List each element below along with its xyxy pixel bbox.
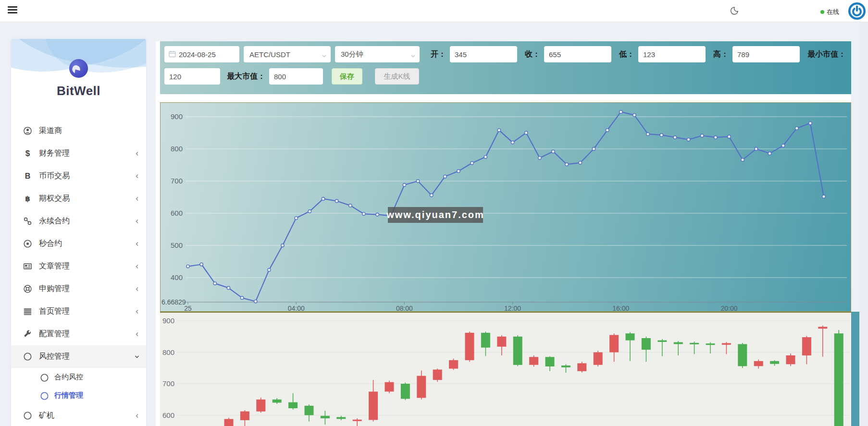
sidebar-item-5[interactable]: ฿期权交易 bbox=[11, 187, 146, 210]
candle-panel-right-strip bbox=[851, 312, 859, 426]
wrench-icon bbox=[23, 329, 32, 339]
sidebar-logo-block: BitWell bbox=[11, 39, 146, 114]
chevron-left-icon bbox=[135, 412, 140, 421]
sidebar-item-label: 首页管理 bbox=[39, 306, 70, 316]
save-button[interactable]: 保存 bbox=[332, 68, 362, 85]
svg-text:฿: ฿ bbox=[25, 195, 30, 203]
chevron-left-icon bbox=[135, 218, 140, 226]
sidebar-item-3[interactable]: $财务管理 bbox=[11, 142, 146, 165]
sidebar-item-8[interactable]: 文章管理 bbox=[11, 255, 146, 278]
max-cap-input[interactable] bbox=[269, 68, 323, 85]
sidebar-item-13[interactable]: 矿机 bbox=[11, 404, 146, 426]
circle-dot-icon bbox=[23, 239, 32, 248]
sidebar-subitem-合约风控[interactable]: 合约风控 bbox=[11, 368, 146, 386]
circle-icon bbox=[40, 391, 48, 400]
svg-text:12:00: 12:00 bbox=[504, 304, 521, 311]
sidebar-subitem-label: 合约风控 bbox=[54, 373, 83, 382]
sidebar-item-6[interactable]: 永续合约 bbox=[11, 210, 146, 232]
chevron-down-icon bbox=[134, 353, 140, 362]
svg-text:600: 600 bbox=[171, 209, 183, 217]
circle-icon bbox=[23, 352, 32, 361]
close-label: 收： bbox=[525, 49, 540, 60]
open-label: 开： bbox=[431, 49, 446, 60]
sidebar-item-label: 文章管理 bbox=[39, 261, 70, 271]
sidebar-item-label: 配置管理 bbox=[39, 329, 70, 339]
watermark: www.qiyuan7.com bbox=[388, 207, 483, 223]
svg-text:700: 700 bbox=[162, 379, 174, 388]
sidebar-item-label: 风控管理 bbox=[39, 352, 70, 362]
svg-text:16:00: 16:00 bbox=[612, 304, 629, 311]
open-input[interactable] bbox=[450, 46, 517, 62]
svg-text:20:00: 20:00 bbox=[720, 304, 737, 311]
sidebar-subitem-label: 行情管理 bbox=[54, 391, 83, 400]
sidebar-item-label: 财务管理 bbox=[39, 148, 70, 158]
brand-name: BitWell bbox=[11, 84, 146, 98]
sidebar-menu: 代理管理渠道商$财务管理B币币交易฿期权交易永续合约秒合约文章管理申购管理首页管… bbox=[11, 97, 146, 426]
pair-select-value: AETC/USDT bbox=[249, 50, 290, 59]
calendar-icon bbox=[168, 50, 176, 60]
sidebar-item-10[interactable]: 首页管理 bbox=[11, 300, 146, 323]
chevron-left-icon bbox=[135, 330, 140, 339]
low-input[interactable] bbox=[638, 46, 706, 62]
sidebar-item-4[interactable]: B币币交易 bbox=[11, 165, 146, 187]
chevron-left-icon bbox=[135, 308, 140, 316]
top-navbar: 在线 bbox=[0, 0, 868, 22]
svg-text:400: 400 bbox=[171, 273, 183, 281]
chevron-left-icon bbox=[135, 263, 140, 271]
online-status-dot bbox=[820, 10, 824, 14]
line-chart-panel: 9008007006005004002504:0008:0012:0016:00… bbox=[160, 102, 851, 312]
date-picker[interactable] bbox=[164, 46, 239, 62]
svg-text:700: 700 bbox=[171, 177, 183, 185]
list-icon bbox=[23, 307, 32, 316]
generate-kline-button[interactable]: 生成K线 bbox=[375, 68, 419, 85]
svg-text:900: 900 bbox=[162, 316, 174, 325]
hamburger-menu-icon[interactable] bbox=[8, 6, 18, 15]
min-cap-input[interactable] bbox=[164, 68, 220, 85]
sidebar-item-label: 永续合约 bbox=[39, 216, 70, 226]
sidebar-item-label: 币币交易 bbox=[39, 171, 70, 181]
sidebar-item-7[interactable]: 秒合约 bbox=[11, 232, 146, 255]
line-chart: 9008007006005004002504:0008:0012:0016:00… bbox=[161, 103, 851, 311]
sidebar-item-12[interactable]: 风控管理 bbox=[11, 345, 146, 368]
svg-text:500: 500 bbox=[171, 241, 183, 249]
newspaper-icon bbox=[23, 262, 32, 271]
letter-b-icon: B bbox=[23, 171, 32, 181]
svg-text:800: 800 bbox=[162, 348, 174, 356]
sidebar-item-label: 期权交易 bbox=[39, 194, 70, 204]
svg-text:800: 800 bbox=[171, 145, 183, 153]
toolbar-row-2: 最大市值： 保存 生成K线 bbox=[164, 68, 851, 85]
chevron-left-icon bbox=[135, 172, 140, 181]
sidebar-item-11[interactable]: 配置管理 bbox=[11, 323, 146, 345]
dollar-icon: $ bbox=[23, 149, 32, 158]
high-input[interactable] bbox=[732, 46, 800, 62]
toolbar-row-1: AETC/USDT 30分钟 开： 收： 低： 高： 最小市值： bbox=[164, 46, 851, 62]
bitcoin-icon: ฿ bbox=[23, 194, 32, 203]
dark-mode-moon-icon[interactable] bbox=[729, 6, 739, 16]
sidebar-item-label: 秒合约 bbox=[39, 239, 62, 249]
sidebar-item-label: 申购管理 bbox=[39, 284, 70, 294]
sidebar-item-2[interactable]: 渠道商 bbox=[11, 120, 146, 142]
logout-power-icon[interactable] bbox=[847, 1, 867, 21]
main-content: AETC/USDT 30分钟 开： 收： 低： 高： 最小市值： 最大市值： 保… bbox=[156, 41, 851, 426]
close-input[interactable] bbox=[544, 46, 611, 62]
interval-select-value: 30分钟 bbox=[341, 50, 363, 59]
svg-text:08:00: 08:00 bbox=[396, 304, 413, 311]
chevron-down-icon bbox=[322, 52, 327, 60]
pair-select[interactable]: AETC/USDT bbox=[244, 46, 331, 62]
sidebar-item-label: 渠道商 bbox=[39, 126, 62, 136]
online-status: 在线 bbox=[820, 8, 839, 16]
svg-text:$: $ bbox=[25, 149, 30, 158]
svg-text:04:00: 04:00 bbox=[288, 304, 305, 311]
interval-select[interactable]: 30分钟 bbox=[335, 46, 420, 62]
circle-icon bbox=[23, 411, 32, 420]
sidebar-subitem-行情管理[interactable]: 行情管理 bbox=[11, 386, 146, 404]
min-cap-label: 最小市值： bbox=[807, 49, 846, 60]
kline-toolbar: AETC/USDT 30分钟 开： 收： 低： 高： 最小市值： 最大市值： 保… bbox=[160, 41, 851, 94]
sidebar: BitWell 代理管理渠道商$财务管理B币币交易฿期权交易永续合约秒合约文章管… bbox=[11, 39, 146, 426]
svg-text:6.66829: 6.66829 bbox=[161, 298, 186, 306]
page-right-gutter bbox=[859, 22, 868, 426]
chevron-left-icon bbox=[135, 195, 140, 204]
candlestick-chart-panel: 900800700600 bbox=[160, 312, 851, 426]
sidebar-item-9[interactable]: 申购管理 bbox=[11, 278, 146, 300]
brand-logo-icon bbox=[69, 59, 88, 78]
